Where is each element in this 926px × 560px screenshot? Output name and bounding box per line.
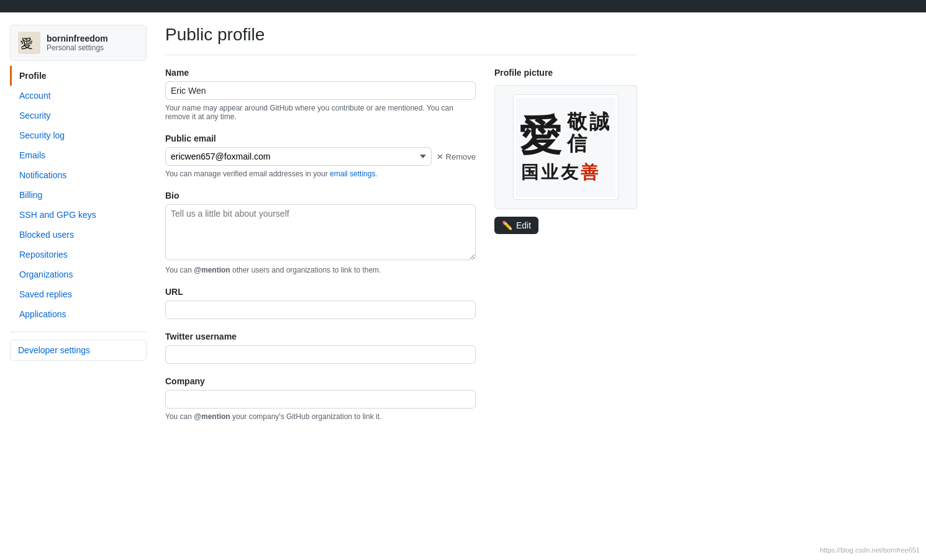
url-group: URL [165,287,476,319]
svg-text:敬: 敬 [566,110,588,133]
bio-hint-mention: @mention [194,266,230,274]
page-title: Public profile [165,25,637,45]
name-group: Name Your name may appear around GitHub … [165,68,476,121]
avatar: 愛 [18,32,40,54]
personal-settings-label: Personal settings [47,43,108,52]
saved-replies-link[interactable]: Saved replies [12,284,147,304]
bio-group: Bio You can @mention other users and org… [165,191,476,274]
sidebar-item-security-log[interactable]: Security log [10,125,147,145]
billing-link[interactable]: Billing [12,185,147,205]
pencil-icon: ✏️ [502,220,512,230]
profile-link[interactable]: Profile [12,66,147,86]
url-label: URL [165,287,476,297]
blocked-link[interactable]: Blocked users [12,225,147,245]
developer-settings-link[interactable]: Developer settings [11,340,146,360]
sidebar-item-billing[interactable]: Billing [10,185,147,205]
url-input[interactable] [165,300,476,319]
email-settings-link[interactable]: email settings [330,169,375,178]
security-link[interactable]: Security [12,106,147,125]
sidebar-item-organizations[interactable]: Organizations [10,264,147,284]
main-content: Public profile Name Your name may appear… [165,25,637,433]
company-hint: You can @mention your company's GitHub o… [165,412,476,421]
svg-text:友: 友 [560,162,579,183]
sidebar-item-repositories[interactable]: Repositories [10,245,147,264]
notifications-link[interactable]: Notifications [12,165,147,185]
email-hint-suffix: . [375,169,377,178]
sidebar-item-notifications[interactable]: Notifications [10,165,147,185]
applications-link[interactable]: Applications [12,304,147,324]
repositories-link[interactable]: Repositories [12,245,147,264]
svg-text:愛: 愛 [519,111,562,160]
profile-picture-title: Profile picture [494,68,637,78]
svg-text:国: 国 [521,162,538,183]
remove-email-button[interactable]: ✕ Remove [437,152,476,161]
sidebar-item-ssh-gpg[interactable]: SSH and GPG keys [10,205,147,225]
svg-text:愛: 愛 [20,37,33,50]
company-label: Company [165,376,476,386]
bio-hint-prefix: You can [165,266,194,274]
name-hint: Your name may appear around GitHub where… [165,104,476,121]
profile-picture-image: 愛 敬 誠 信 国 业 友 善 [513,94,619,200]
email-label: Public email [165,133,476,143]
sidebar: 愛 borninfreedom Personal settings Profil… [10,25,147,433]
company-hint-suffix: your company's GitHub organization to li… [230,412,382,421]
company-hint-mention: @mention [194,412,230,421]
name-input[interactable] [165,81,476,100]
user-info: borninfreedom Personal settings [47,34,108,52]
svg-text:信: 信 [566,132,588,155]
sidebar-item-profile[interactable]: Profile [10,66,147,86]
email-group: Public email ericwen657@foxmail.com ✕ Re… [165,133,476,178]
user-header: 愛 borninfreedom Personal settings [10,25,147,61]
company-input[interactable] [165,390,476,409]
username-label: borninfreedom [47,34,108,43]
developer-settings-section: Developer settings [10,340,147,361]
edit-profile-picture-button[interactable]: ✏️ Edit [494,217,538,234]
edit-label: Edit [516,220,531,230]
bio-hint: You can @mention other users and organiz… [165,266,476,274]
email-select[interactable]: ericwen657@foxmail.com [165,147,432,166]
email-hint-prefix: You can manage verified email addresses … [165,169,330,178]
sidebar-item-security[interactable]: Security [10,106,147,125]
content-layout: Name Your name may appear around GitHub … [165,68,637,433]
bio-textarea[interactable] [165,204,476,260]
company-group: Company You can @mention your company's … [165,376,476,421]
x-icon: ✕ [437,152,443,161]
bio-hint-suffix: other users and organizations to link to… [230,266,381,274]
organizations-link[interactable]: Organizations [12,264,147,284]
twitter-group: Twitter username [165,332,476,364]
sidebar-item-blocked[interactable]: Blocked users [10,225,147,245]
sidebar-item-applications[interactable]: Applications [10,304,147,324]
svg-text:业: 业 [541,162,559,183]
ssh-gpg-link[interactable]: SSH and GPG keys [12,205,147,225]
profile-picture-section: Profile picture 愛 敬 誠 信 国 业 友 [494,68,637,433]
title-divider [165,55,637,55]
sidebar-item-account[interactable]: Account [10,86,147,106]
company-hint-prefix: You can [165,412,194,421]
svg-text:誠: 誠 [589,110,610,133]
remove-label: Remove [446,152,476,161]
security-log-link[interactable]: Security log [12,125,147,145]
top-navigation-bar [0,0,926,12]
bio-label: Bio [165,191,476,201]
svg-text:善: 善 [581,162,599,183]
account-link[interactable]: Account [12,86,147,106]
profile-picture-box: 愛 敬 誠 信 国 业 友 善 [494,85,637,209]
email-hint: You can manage verified email addresses … [165,169,476,178]
sidebar-nav: Profile Account Security Security log Em… [10,66,147,324]
sidebar-item-emails[interactable]: Emails [10,145,147,165]
sidebar-item-saved-replies[interactable]: Saved replies [10,284,147,304]
profile-form: Name Your name may appear around GitHub … [165,68,476,433]
emails-link[interactable]: Emails [12,145,147,165]
twitter-label: Twitter username [165,332,476,341]
email-row: ericwen657@foxmail.com ✕ Remove [165,147,476,166]
sidebar-divider [10,332,147,332]
twitter-input[interactable] [165,345,476,364]
name-label: Name [165,68,476,78]
